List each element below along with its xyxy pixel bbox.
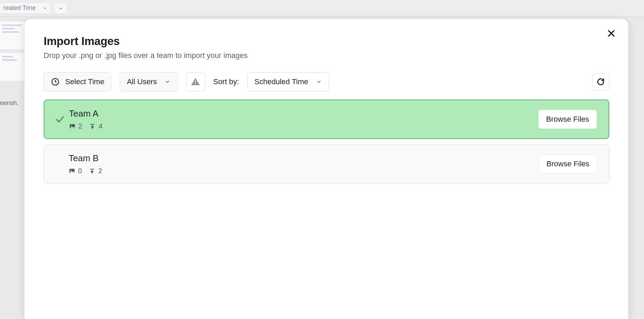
- image-icon: [69, 168, 75, 174]
- background-left-column: eensh.: [0, 21, 25, 107]
- selected-check: [53, 114, 68, 124]
- background-card: [0, 21, 25, 50]
- image-icon: [69, 123, 76, 130]
- users-filter-dropdown[interactable]: All Users: [120, 72, 178, 91]
- triangle-up-icon: [59, 6, 63, 10]
- select-time-button[interactable]: Select Time: [44, 72, 112, 91]
- background-partial-filename: eensh.: [0, 100, 25, 107]
- close-icon: [606, 29, 616, 38]
- import-images-modal: Import Images Drop your .png or .jpg fil…: [25, 19, 628, 319]
- svg-marker-0: [60, 7, 62, 9]
- team-image-count: 0: [78, 167, 82, 175]
- team-image-count: 2: [78, 122, 82, 130]
- background-sort-direction-button[interactable]: [54, 2, 68, 14]
- select-time-label: Select Time: [65, 77, 104, 86]
- browse-files-button[interactable]: Browse Files: [538, 110, 597, 129]
- refresh-button[interactable]: [592, 73, 609, 90]
- refresh-icon: [596, 77, 605, 86]
- users-filter-label: All Users: [127, 77, 157, 86]
- team-row-b[interactable]: Team B 0 2 B: [44, 145, 609, 183]
- warnings-button[interactable]: [186, 72, 205, 91]
- team-stats: 0 2: [69, 167, 102, 175]
- background-card: [0, 52, 25, 81]
- warning-triangle-icon: [190, 77, 201, 87]
- team-name: Team A: [69, 108, 102, 119]
- team-stats: 2 4: [69, 122, 102, 130]
- background-sort-dropdown[interactable]: reated Time: [0, 2, 51, 14]
- sort-by-label: Sort by:: [213, 77, 239, 86]
- close-button[interactable]: [604, 27, 618, 40]
- chevron-down-icon: [316, 79, 322, 85]
- svg-rect-4: [195, 80, 196, 83]
- svg-rect-5: [195, 83, 196, 84]
- svg-rect-11: [90, 169, 94, 169]
- teams-list: Team A 2 4 B: [44, 100, 609, 183]
- modal-title: Import Images: [44, 35, 609, 48]
- clock-icon: [51, 77, 60, 86]
- svg-rect-8: [90, 124, 94, 125]
- upload-icon: [89, 123, 96, 130]
- svg-point-10: [71, 170, 72, 171]
- team-upload-count: 4: [99, 122, 102, 130]
- sort-by-dropdown[interactable]: Scheduled Time: [247, 72, 329, 91]
- svg-point-7: [71, 125, 72, 126]
- team-row-a[interactable]: Team A 2 4 B: [44, 100, 609, 139]
- check-icon: [55, 114, 65, 124]
- background-topbar: reated Time: [0, 0, 644, 16]
- team-upload-count: 2: [98, 167, 102, 175]
- upload-icon: [89, 168, 96, 174]
- chevron-down-icon: [43, 6, 47, 11]
- sort-by-value: Scheduled Time: [254, 77, 308, 86]
- chevron-down-icon: [164, 79, 171, 85]
- modal-toolbar: Select Time All Users Sort by: Scheduled…: [44, 72, 609, 91]
- team-name: Team B: [69, 153, 102, 164]
- browse-files-button[interactable]: Browse Files: [539, 154, 597, 173]
- background-sort-dropdown-label: reated Time: [3, 4, 36, 12]
- modal-subtitle: Drop your .png or .jpg files over a team…: [44, 51, 609, 60]
